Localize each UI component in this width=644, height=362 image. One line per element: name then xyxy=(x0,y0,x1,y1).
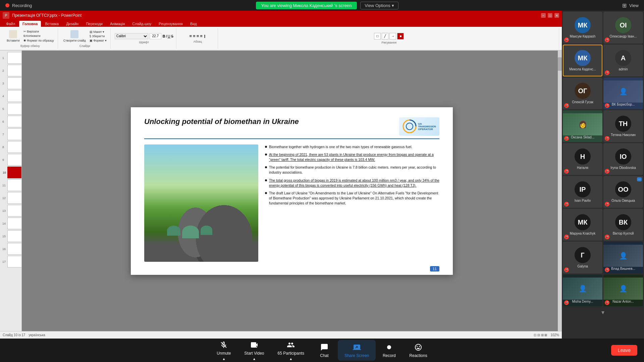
slide-title-row: Unlocking potential of biomethan in Ukra… xyxy=(144,117,439,139)
mic-muted-admin: 🎤 xyxy=(605,70,609,75)
slide-thumb-10[interactable]: 10 xyxy=(7,167,22,178)
reactions-button[interactable]: Reactions xyxy=(402,340,434,361)
right-panel: МК Максум Карраsh 🎤 ОІ Олександр Іван...… xyxy=(562,11,644,339)
slide-count-status: Слайд 10 із 17 xyxy=(3,333,25,337)
restore-button[interactable]: □ xyxy=(548,13,552,18)
ribbon-tab-insert[interactable]: Вставка xyxy=(42,21,62,27)
section-button[interactable]: § Зберегти xyxy=(89,34,108,38)
format-bg-button[interactable]: ▣ Формат ▾ xyxy=(89,39,108,43)
bold-button[interactable]: B xyxy=(163,34,165,39)
mic-muted-natalya: 🎤 xyxy=(564,169,569,174)
record-button[interactable]: Record xyxy=(376,340,402,361)
ribbon-tab-design[interactable]: Дизайн xyxy=(63,21,82,27)
mic-muted-olha: 🎤 xyxy=(605,202,609,206)
ribbon-tabs: Файл Головна Вставка Дизайн Переходи Ані… xyxy=(0,20,562,27)
reactions-icon xyxy=(414,343,423,352)
new-slide-button[interactable]: Створити слайд xyxy=(62,29,87,43)
participant-tile-alexander: ОІ Олександр Іван... 🎤 xyxy=(603,12,643,44)
unmute-arrow[interactable]: ▲ xyxy=(221,357,227,361)
slide-thumb-16[interactable]: 16 xyxy=(7,243,22,255)
participant-tile-tetiana: ТН Тетяна Николин 🎤 xyxy=(603,110,643,142)
align-left-button[interactable]: ≡ xyxy=(190,34,192,39)
align-right-button[interactable]: ≡ xyxy=(197,34,199,39)
slide-thumb-17[interactable]: 17 xyxy=(7,256,22,267)
paste-button[interactable]: Вставити xyxy=(5,29,21,43)
bullet-4: The total gross production of biogas in … xyxy=(265,178,439,188)
avatar-viktor: ВК xyxy=(615,214,631,230)
participant-tile-oksana: 👩 Оксана Sklаd... 🎤 xyxy=(563,110,602,142)
view-options-button[interactable]: View Options ▾ xyxy=(360,2,398,9)
close-button[interactable]: ✕ xyxy=(554,13,559,18)
avatar-tetiana: ТН xyxy=(615,116,631,132)
name-admin: admin xyxy=(603,67,643,71)
share-screen-button[interactable]: Share Screen xyxy=(338,340,376,361)
slide-thumb-2[interactable]: 2 xyxy=(7,65,22,76)
participant-tile-misha: 👤 Misha Demy... 🎤 xyxy=(563,275,602,306)
mic-muted-oleksiy: 🎤 xyxy=(564,103,569,108)
more-options-olha[interactable]: ··· xyxy=(637,177,642,181)
layout-button[interactable]: ▤ Макет ▾ xyxy=(89,30,108,34)
scroll-down-arrow[interactable]: ▾ xyxy=(562,307,644,317)
shape-filled[interactable]: ■ xyxy=(397,33,404,40)
ribbon-tab-home[interactable]: Головна xyxy=(19,21,41,27)
minimize-button[interactable]: − xyxy=(541,13,546,18)
slide-thumb-1[interactable]: 1 xyxy=(7,52,22,64)
slide-thumb-12[interactable]: 12 xyxy=(7,192,22,204)
participants-icon xyxy=(286,340,296,350)
participant-tile-galyna: Г Galyna 🎤 xyxy=(563,242,602,274)
slide-thumb-5[interactable]: 5 xyxy=(7,103,22,115)
mic-muted-alexander: 🎤 xyxy=(605,38,609,42)
ribbon-tab-slideshow[interactable]: Слайд-шоу xyxy=(129,21,155,27)
ribbon-tab-review[interactable]: Рецензування xyxy=(155,21,186,27)
slide-thumb-3[interactable]: 3 xyxy=(7,77,22,89)
font-family-select[interactable]: Calibri xyxy=(115,33,148,39)
view-icons-status: ⊡ ⊟ ⊞ ⊠ xyxy=(534,333,547,337)
slide-thumb-4[interactable]: 4 xyxy=(7,90,22,102)
shape-line[interactable]: ╱ xyxy=(382,33,388,40)
name-iryna: Iryna Obodovska xyxy=(603,166,643,170)
column-button[interactable]: ⫿ xyxy=(204,34,206,39)
slide-thumb-9[interactable]: 9 xyxy=(7,154,22,166)
strikethrough-button[interactable]: S̶ xyxy=(171,34,173,39)
shape-rect[interactable]: □ xyxy=(374,33,381,40)
slide-thumb-11[interactable]: 11 xyxy=(7,179,22,191)
participants-button[interactable]: 65 Participants ▲ xyxy=(271,338,311,362)
participant-tile-admin: A admin 🎤 xyxy=(603,45,643,76)
unmute-button[interactable]: Unmute ▲ xyxy=(210,338,237,362)
format-button[interactable]: ✱ Формат по образцу xyxy=(22,39,55,43)
ribbon-tab-view[interactable]: Вид xyxy=(187,21,200,27)
font-size-input[interactable] xyxy=(150,33,161,39)
avatar-oleksiy: ОГ xyxy=(575,83,591,99)
align-center-button[interactable]: ≡ xyxy=(193,34,196,39)
ribbon-tab-transitions[interactable]: Переходи xyxy=(83,21,106,27)
viewing-banner: You are viewing Микола Каденський 's scr… xyxy=(256,2,357,9)
slide-thumb-15[interactable]: 15 xyxy=(7,230,22,242)
ribbon-group-clipboard: Вставити ✂ Вирізати ⧉ Копіювати ✱ Формат… xyxy=(3,28,58,49)
vertical-scrollbar[interactable] xyxy=(558,51,562,331)
slide-thumb-14[interactable]: 14 xyxy=(7,218,22,229)
video-vlad: 👤 xyxy=(603,245,643,267)
slide-thumb-8[interactable]: 8 xyxy=(7,141,22,153)
bullet-3: The potential for biomethane production … xyxy=(265,165,439,175)
chat-button[interactable]: Chat xyxy=(311,340,338,361)
participants-arrow[interactable]: ▲ xyxy=(288,357,294,361)
italic-button[interactable]: I xyxy=(166,34,167,39)
ribbon-tab-animation[interactable]: Анімація xyxy=(107,21,128,27)
slide-thumb-7[interactable]: 7 xyxy=(7,128,22,140)
underline-button[interactable]: U xyxy=(168,34,170,39)
avatar-ivan: IP xyxy=(575,181,591,197)
video-vk: 👤 xyxy=(603,80,643,103)
shape-arrow[interactable]: → xyxy=(389,33,396,40)
participant-tile-maryna: МК Маруна Kraichyk 🎤 xyxy=(563,209,602,241)
slide-thumb-13[interactable]: 13 xyxy=(7,205,22,217)
justify-button[interactable]: ≡ xyxy=(200,34,203,39)
slide-thumb-6[interactable]: 6 xyxy=(7,116,22,127)
start-video-button[interactable]: Start Video ▲ xyxy=(237,338,271,362)
video-arrow[interactable]: ▲ xyxy=(251,357,257,361)
ribbon-tab-file[interactable]: Файл xyxy=(3,21,18,27)
bullet-dot-3 xyxy=(265,166,267,168)
cut-button[interactable]: ✂ Вирізати xyxy=(22,29,55,34)
copy-button[interactable]: ⧉ Копіювати xyxy=(22,34,55,38)
leave-button[interactable]: Leave xyxy=(611,345,637,356)
bullet-dot-1 xyxy=(265,146,267,148)
